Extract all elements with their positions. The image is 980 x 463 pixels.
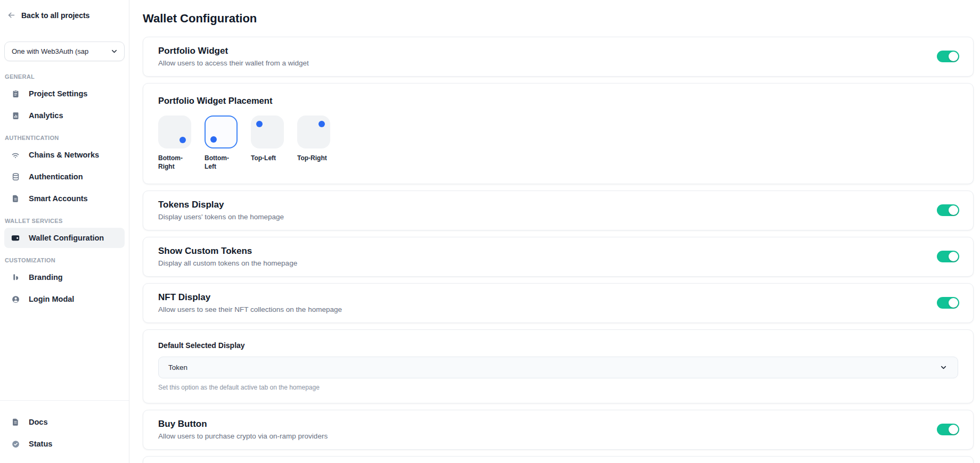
back-to-projects-link[interactable]: Back to all projects [0,0,129,20]
placement-option-top-right[interactable]: Top-Right [297,115,331,171]
placement-option-bottom-left[interactable]: Bottom-Left [205,115,239,171]
sidebar-item-label: Authentication [29,172,83,181]
nft-display-text: NFT Display Allow users to see their NFT… [158,292,342,313]
sidebar-item-project-settings[interactable]: Project Settings [4,84,125,104]
card-title: Portfolio Widget [158,46,309,56]
select-value: Token [168,363,187,371]
sidebar-item-label: Branding [29,273,63,282]
field-helper-text: Set this option as the default active ta… [158,384,958,391]
placement-dot-icon [179,137,186,143]
placement-preview-bottom-right [158,115,191,148]
card-title: Show Custom Tokens [158,246,297,257]
section-label-customization: CUSTOMIZATION [5,257,129,263]
card-title: Tokens Display [158,200,284,210]
buy-button-toggle[interactable] [937,424,959,435]
sidebar-item-label: Smart Accounts [29,194,88,203]
sidebar-item-analytics[interactable]: Analytics [4,105,125,126]
card-description: Allow users to purchase crypto via on-ra… [158,432,328,440]
card-description: Allow users to see their NFT collections… [158,305,342,313]
user-circle-icon [11,295,20,304]
placement-preview-top-right [297,115,330,148]
tokens-display-card: Tokens Display Display users' tokens on … [143,191,974,230]
placement-dot-icon [318,121,325,127]
nft-display-card: NFT Display Allow users to see their NFT… [143,283,974,323]
project-selector-value: One with Web3Auth (sap [12,47,88,55]
database-icon [11,172,20,181]
show-custom-tokens-card: Show Custom Tokens Display all custom to… [143,237,974,277]
card-description: Display users' tokens on the homepage [158,213,284,221]
placement-option-label: Top-Left [251,154,285,162]
wallet-icon [11,233,20,243]
sidebar-item-branding[interactable]: Branding [4,267,125,287]
default-display-select[interactable]: Token [158,357,958,378]
toggle-knob [949,205,958,215]
document-icon [11,418,20,426]
tokens-display-text: Tokens Display Display users' tokens on … [158,200,284,221]
placement-option-label: Bottom-Right [158,154,192,171]
check-circle-icon [11,440,20,449]
sidebar-item-label: Status [29,440,52,448]
sidebar-item-label: Login Modal [29,295,74,303]
buy-button-text: Buy Button Allow users to purchase crypt… [158,419,328,440]
card-title: Buy Button [158,419,328,429]
section-label-wallet-services: WALLET SERVICES [5,218,129,224]
tokens-display-toggle[interactable] [937,204,959,216]
back-link-label: Back to all projects [21,11,89,20]
toggle-knob [949,425,958,434]
portfolio-widget-text: Portfolio Widget Allow users to access t… [158,46,309,67]
toggle-knob [949,298,958,308]
clipboard-icon [11,89,20,98]
clipped-next-card [143,456,974,463]
sidebar-item-smart-accounts[interactable]: Smart Accounts [4,188,125,209]
show-custom-tokens-toggle[interactable] [937,251,959,262]
placement-option-top-left[interactable]: Top-Left [251,115,285,171]
brush-icon [11,273,20,282]
sidebar-item-label: Project Settings [29,89,87,98]
card-description: Allow users to access their wallet from … [158,59,309,67]
sidebar-nav: GENERAL Project Settings Analytics AUTHE… [0,64,129,311]
section-label-authentication: AUTHENTICATION [5,135,129,141]
chevron-down-icon [110,47,118,55]
sidebar-item-label: Chains & Networks [29,151,99,159]
nft-display-toggle[interactable] [937,297,959,309]
placement-option-label: Top-Right [297,154,331,162]
sidebar-item-label: Docs [29,418,47,426]
chevron-down-icon [940,363,948,371]
field-label: Default Selected Display [158,341,958,350]
file-icon [11,194,20,203]
app-window: Back to all projects One with Web3Auth (… [0,0,980,463]
toggle-knob [949,252,958,261]
placement-options: Bottom-Right Bottom-Left Top-Left Top-Ri… [158,115,958,171]
placement-preview-bottom-left [205,115,238,148]
portfolio-widget-placement-card: Portfolio Widget Placement Bottom-Right … [143,83,974,184]
placement-title: Portfolio Widget Placement [158,96,958,106]
sidebar: Back to all projects One with Web3Auth (… [0,0,129,463]
placement-dot-icon [256,121,263,127]
sidebar-item-label: Wallet Configuration [29,234,104,242]
placement-preview-top-left [251,115,284,148]
card-title: NFT Display [158,292,342,303]
buy-button-card: Buy Button Allow users to purchase crypt… [143,410,974,450]
arrow-left-icon [7,11,16,20]
placement-option-label: Bottom-Left [205,154,239,171]
show-custom-tokens-text: Show Custom Tokens Display all custom to… [158,246,297,267]
sidebar-item-status[interactable]: Status [4,434,125,454]
sidebar-item-login-modal[interactable]: Login Modal [4,289,125,309]
sidebar-item-chains-networks[interactable]: Chains & Networks [4,145,125,165]
section-label-general: GENERAL [5,73,129,80]
placement-dot-icon [210,136,217,143]
placement-option-bottom-right[interactable]: Bottom-Right [158,115,192,171]
sidebar-item-wallet-configuration[interactable]: Wallet Configuration [4,228,125,248]
portfolio-widget-toggle[interactable] [937,51,959,62]
wifi-icon [11,150,20,160]
page-title: Wallet Configuration [143,12,974,26]
portfolio-widget-card: Portfolio Widget Allow users to access t… [143,37,974,77]
default-selected-display-card: Default Selected Display Token Set this … [143,329,974,403]
bar-chart-doc-icon [11,111,20,120]
project-selector[interactable]: One with Web3Auth (sap [4,42,125,61]
sidebar-item-docs[interactable]: Docs [4,412,125,432]
sidebar-spacer [0,311,129,400]
sidebar-item-authentication[interactable]: Authentication [4,167,125,187]
card-description: Display all custom tokens on the homepag… [158,259,297,267]
toggle-knob [949,52,958,61]
